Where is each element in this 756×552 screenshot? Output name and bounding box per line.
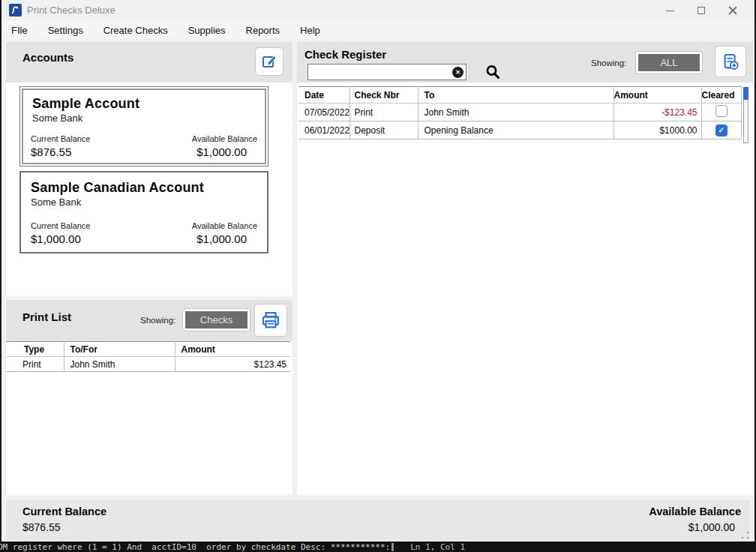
register-scrollbar	[743, 87, 748, 143]
check-register-panel: Check Register ✕ Showing:	[297, 42, 753, 495]
menu-reports[interactable]: Reports	[246, 25, 280, 36]
account-name: Sample Canadian Account	[31, 180, 257, 196]
print-list-filter-button[interactable]: Checks	[183, 309, 250, 331]
column-amount: Amount	[614, 87, 701, 104]
print-list-panel: Print List Showing: Checks	[6, 300, 292, 495]
account-name: Sample Account	[32, 96, 256, 112]
printer-icon	[260, 310, 281, 331]
search-input[interactable]	[310, 65, 449, 79]
column-type: Type	[6, 342, 64, 357]
current-balance-value: $1,000.00	[31, 232, 91, 245]
clear-icon: ✕	[455, 69, 460, 76]
accounts-title: Accounts	[22, 51, 74, 64]
edit-accounts-button[interactable]	[255, 47, 284, 76]
cell-to: Opening Balance	[418, 122, 614, 140]
column-date: Date	[298, 87, 350, 104]
register-row[interactable]: 07/05/2022 Print John Smith -$123.45	[298, 104, 742, 122]
available-balance-label: Available Balance	[192, 134, 257, 143]
minimize-button[interactable]	[654, 0, 686, 21]
register-showing-label: Showing:	[591, 58, 626, 68]
screen: Print Checks Deluxe FIle Settings Create…	[0, 0, 756, 552]
accounts-header-band: Accounts	[6, 42, 292, 82]
available-balance-value: $1,000.00	[192, 146, 257, 158]
cell-amount: $1000.00	[614, 122, 701, 140]
maximize-button[interactable]	[686, 0, 717, 21]
check-register-table: Date Check Nbr To Amount Cleared 07/05/2…	[298, 86, 742, 140]
status-query-text: OM register where (1 = 1) And acctID=10 …	[0, 542, 390, 552]
footer-available-balance-value: $1,000.00	[649, 521, 741, 533]
account-bank: Some Bank	[32, 112, 256, 124]
account-card-canadian[interactable]: Sample Canadian Account Some Bank Curren…	[20, 171, 268, 254]
footer-available-balance-label: Available Balance	[649, 506, 741, 518]
footer-current-balance-label: Current Balance	[22, 506, 106, 518]
menu-supplies[interactable]: Supplies	[188, 25, 226, 36]
check-register-title: Check Register	[304, 48, 386, 61]
check-register-header-band: Check Register ✕ Showing:	[297, 42, 753, 82]
search-icon	[484, 63, 502, 81]
available-balance-label: Available Balance	[192, 221, 257, 230]
register-row[interactable]: 06/01/2022 Deposit Opening Balance $1000…	[298, 122, 742, 140]
menu-create-checks[interactable]: Create Checks	[104, 25, 168, 36]
add-register-entry-button[interactable]	[715, 46, 746, 77]
footer-current-balance-value: $876.55	[22, 521, 106, 533]
scrollbar-thumb[interactable]	[743, 87, 748, 100]
window-controls	[654, 0, 748, 21]
resize-grip[interactable]	[742, 532, 748, 538]
account-balances: Current Balance $1,000.00 Available Bala…	[31, 221, 257, 245]
cleared-checkbox[interactable]: ✓	[716, 124, 728, 136]
cell-type: Print	[6, 357, 64, 372]
account-card-sample[interactable]: Sample Account Some Bank Current Balance…	[20, 86, 268, 166]
register-header-row: Date Check Nbr To Amount Cleared	[298, 87, 742, 104]
title-bar: Print Checks Deluxe	[2, 0, 754, 21]
cell-to: John Smith	[418, 104, 614, 122]
column-amount: Amount	[175, 342, 290, 357]
cleared-checkbox[interactable]	[716, 105, 728, 117]
column-to-for: To/For	[64, 342, 175, 357]
column-check-nbr: Check Nbr	[350, 87, 418, 104]
account-bank: Some Bank	[31, 196, 257, 208]
current-balance-label: Current Balance	[31, 134, 91, 143]
minimize-icon	[666, 10, 674, 11]
cell-cleared	[701, 104, 742, 122]
app-window: Print Checks Deluxe FIle Settings Create…	[2, 0, 754, 542]
clear-search-button[interactable]: ✕	[452, 67, 464, 78]
print-list-table: Type To/For Amount Print John Smith $123…	[6, 341, 290, 372]
print-list-title: Print List	[22, 310, 71, 323]
print-list-header-band: Print List Showing: Checks	[6, 300, 292, 341]
window-title: Print Checks Deluxe	[27, 4, 116, 16]
cell-check-nbr: Deposit	[350, 122, 418, 140]
close-button[interactable]	[717, 0, 748, 21]
column-cleared: Cleared	[701, 87, 742, 104]
accounts-panel: Accounts Sample Account Some Bank	[6, 42, 292, 296]
menu-bar: FIle Settings Create Checks Supplies Rep…	[2, 21, 754, 39]
available-balance-block: Available Balance $1,000.00	[192, 134, 257, 158]
account-card-inner: Sample Account Some Bank Current Balance…	[22, 88, 266, 164]
current-balance-value: $876.55	[31, 146, 91, 158]
print-list-header-row: Type To/For Amount	[6, 342, 290, 357]
current-balance-block: Current Balance $876.55	[31, 134, 91, 158]
cell-date: 06/01/2022	[298, 122, 350, 140]
menu-settings[interactable]: Settings	[48, 25, 83, 36]
add-document-icon	[721, 52, 741, 72]
search-box: ✕	[308, 64, 466, 80]
search-button[interactable]	[483, 62, 502, 82]
print-button[interactable]	[254, 304, 287, 337]
available-balance-value: $1,000.00	[192, 232, 257, 245]
footer-current-balance: Current Balance $876.55	[22, 506, 106, 533]
footer-available-balance: Available Balance $1,000.00	[649, 506, 741, 533]
cell-amount: -$123.45	[614, 104, 701, 122]
cell-date: 07/05/2022	[298, 104, 350, 122]
scrollbar-track[interactable]	[743, 100, 748, 143]
edit-icon	[260, 52, 278, 70]
print-list-row[interactable]: Print John Smith $123.45	[6, 357, 290, 372]
close-icon	[728, 6, 737, 15]
available-balance-block: Available Balance $1,000.00	[192, 221, 257, 245]
current-balance-label: Current Balance	[31, 221, 91, 230]
menu-file[interactable]: FIle	[11, 25, 28, 36]
current-balance-block: Current Balance $1,000.00	[31, 221, 91, 245]
register-filter-button[interactable]: ALL	[636, 52, 702, 74]
column-to: To	[418, 87, 614, 104]
cell-cleared: ✓	[701, 122, 742, 140]
check-icon: ✓	[718, 126, 724, 134]
menu-help[interactable]: Help	[300, 25, 320, 36]
